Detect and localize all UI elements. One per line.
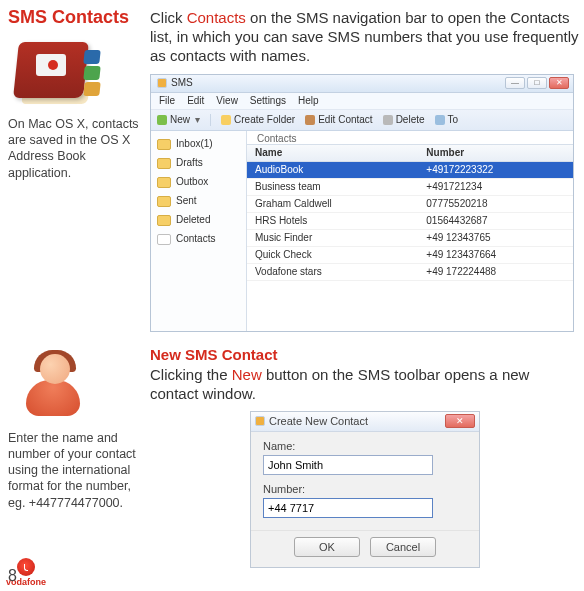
folder-icon — [157, 215, 171, 226]
contact-card-icon — [157, 234, 171, 245]
contacts-row[interactable]: Quick Check+49 123437664 — [247, 247, 573, 264]
folder-sent[interactable]: Sent — [151, 192, 246, 211]
text: Clicking the — [150, 366, 232, 383]
contacts-row[interactable]: HRS Hotels01564432687 — [247, 213, 573, 230]
name-label: Name: — [263, 440, 467, 452]
folder-icon — [157, 158, 171, 169]
edit-icon — [305, 115, 315, 125]
section-title-new-sms-contact: New SMS Contact — [150, 346, 580, 363]
dialog-title: Create New Contact — [269, 415, 368, 427]
toolbar-new[interactable]: New▾ — [157, 115, 200, 125]
vodafone-logo-icon — [17, 558, 35, 576]
menu-edit[interactable]: Edit — [187, 96, 204, 106]
folder-icon — [157, 177, 171, 188]
toolbar-create-folder[interactable]: Create Folder — [221, 115, 295, 125]
column-header-name[interactable]: Name — [247, 148, 426, 158]
name-input[interactable] — [263, 455, 433, 475]
window-minimize-button[interactable]: — — [505, 77, 525, 89]
sms-window: SMS — □ ✕ File Edit View Settings Help N… — [150, 74, 574, 332]
plus-icon — [157, 115, 167, 125]
contacts-row[interactable]: AudioBook+49172223322 — [247, 162, 573, 179]
dialog-icon — [255, 416, 265, 426]
to-icon — [435, 115, 445, 125]
address-book-icon — [8, 34, 98, 106]
toolbar: New▾ Create Folder Edit Contact Delete T… — [151, 110, 573, 131]
folder-outbox[interactable]: Outbox — [151, 173, 246, 192]
menu-view[interactable]: View — [216, 96, 238, 106]
inline-red-new: New — [232, 366, 262, 383]
section-title-sms-contacts: SMS Contacts — [8, 8, 140, 28]
section2-body: Clicking the New button on the SMS toolb… — [150, 365, 580, 403]
cancel-button[interactable]: Cancel — [370, 537, 436, 557]
ok-button[interactable]: OK — [294, 537, 360, 557]
menu-settings[interactable]: Settings — [250, 96, 286, 106]
window-titlebar: SMS — □ ✕ — [151, 75, 573, 93]
avatar-icon — [18, 350, 88, 420]
app-icon — [157, 78, 167, 88]
dialog-titlebar: Create New Contact ✕ — [251, 412, 479, 432]
toolbar-delete[interactable]: Delete — [383, 115, 425, 125]
folder-icon — [221, 115, 231, 125]
window-maximize-button[interactable]: □ — [527, 77, 547, 89]
text: Click — [150, 9, 187, 26]
folder-inbox[interactable]: Inbox(1) — [151, 135, 246, 154]
menu-bar: File Edit View Settings Help — [151, 93, 573, 110]
menu-help[interactable]: Help — [298, 96, 319, 106]
delete-icon — [383, 115, 393, 125]
section1-body: Click Contacts on the SMS navigation bar… — [150, 8, 580, 66]
contacts-row[interactable]: Music Finder+49 12343765 — [247, 230, 573, 247]
contacts-panel: Contacts Name Number AudioBook+491722233… — [247, 131, 573, 331]
inline-red-contacts: Contacts — [187, 9, 246, 26]
contacts-tab-label: Contacts — [247, 131, 573, 144]
page-number: 8 — [8, 567, 17, 585]
sidebar-note-osx: On Mac OS X, contacts are saved in the O… — [8, 116, 140, 181]
window-title: SMS — [171, 78, 193, 88]
menu-file[interactable]: File — [159, 96, 175, 106]
column-header-number[interactable]: Number — [426, 148, 573, 158]
folder-drafts[interactable]: Drafts — [151, 154, 246, 173]
create-contact-dialog: Create New Contact ✕ Name: Number: OK Ca… — [250, 411, 480, 568]
folder-icon — [157, 196, 171, 207]
dialog-close-button[interactable]: ✕ — [445, 414, 475, 428]
sidebar-note-intl-format: Enter the name and number of your contac… — [8, 430, 140, 511]
toolbar-edit-contact[interactable]: Edit Contact — [305, 115, 372, 125]
contacts-row[interactable]: Business team+491721234 — [247, 179, 573, 196]
folder-deleted[interactable]: Deleted — [151, 211, 246, 230]
contacts-row[interactable]: Graham Caldwell07775520218 — [247, 196, 573, 213]
contacts-grid-header: Name Number — [247, 144, 573, 162]
toolbar-to[interactable]: To — [435, 115, 459, 125]
number-input[interactable] — [263, 498, 433, 518]
contacts-row[interactable]: Vodafone stars+49 172224488 — [247, 264, 573, 281]
folder-sidebar: Inbox(1) Drafts Outbox Sent Deleted Cont… — [151, 131, 247, 331]
window-close-button[interactable]: ✕ — [549, 77, 569, 89]
folder-icon — [157, 139, 171, 150]
folder-contacts[interactable]: Contacts — [151, 230, 246, 249]
number-label: Number: — [263, 483, 467, 495]
